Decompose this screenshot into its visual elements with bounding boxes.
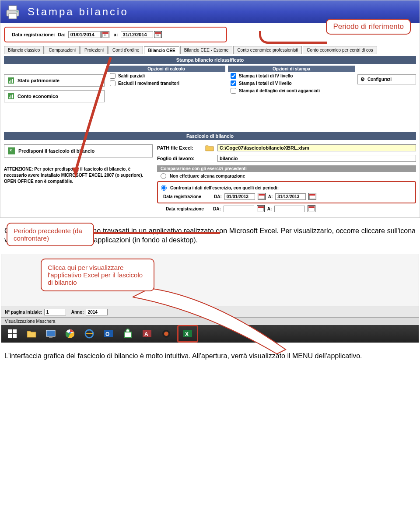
callout-periodo-precedente: Periodo precedente (da confrontare) [7,223,94,246]
label-path-excel: PATH file Excel: [157,145,205,150]
svg-rect-8 [155,32,161,34]
svg-rect-5 [102,32,108,34]
input-date-da[interactable] [68,31,101,38]
callout-tail [133,288,290,354]
label-data-registrazione: Data registrazione: [12,32,55,37]
calendar-icon[interactable] [308,193,316,200]
calendar-icon[interactable] [257,205,265,212]
tab-conto-economico-prof[interactable]: Conto economico professionisti [233,46,302,54]
label-da-cmp: DA: [214,194,222,199]
input-pagina-iniziale[interactable] [44,309,66,315]
ie-icon[interactable] [81,327,98,340]
label-totali-iv: Stampa i totali di IV livello [239,73,293,78]
tab-bilancio-cee-esterne[interactable]: Bilancio CEE - Esterne [180,46,233,54]
printer-icon [4,3,21,21]
start-button[interactable] [4,327,21,340]
radio-no-comparazione[interactable] [161,173,166,179]
input-cmp-a1[interactable] [275,193,306,200]
svg-rect-27 [8,329,12,333]
checkbox-dettaglio-conti[interactable] [231,88,236,94]
svg-rect-16 [10,95,11,98]
svg-text:31: 31 [156,34,159,37]
svg-rect-20 [259,194,265,196]
stampa-bilancio-section: Stampa bilancio riclassificato Stato pat… [4,56,416,106]
tab-proiezioni[interactable]: Proiezioni [80,46,108,54]
label-a-cmp2: A: [267,206,272,211]
tab-conto-economico-centri[interactable]: Conto economico per centri di cos [303,46,377,54]
input-cmp-da2[interactable] [224,206,254,212]
svg-rect-32 [49,336,52,338]
checkbox-totali-iv[interactable] [231,73,236,79]
svg-rect-24 [258,206,264,208]
label-a: a: [114,32,118,37]
svg-rect-1 [9,6,17,10]
svg-rect-22 [309,194,315,196]
tab-conti-ordine[interactable]: Conti d'ordine [108,46,143,54]
label-confronta: Confronta i dati dell'esercizio, con que… [170,185,279,190]
input-anno[interactable] [86,309,108,315]
input-foglio-lavoro[interactable] [217,155,416,162]
input-date-a[interactable] [121,31,153,38]
tab-bilancio-classico[interactable]: Bilancio classico [4,46,44,54]
label-stato-patrimoniale: Stato patrimoniale [18,78,60,83]
button-configurazione[interactable]: Configurazi [357,74,416,84]
svg-rect-30 [13,334,17,338]
header-opzioni-calcolo: Opzioni di calcolo [107,66,225,72]
input-cmp-da1[interactable] [224,193,255,200]
comparazione-highlighted-box: Confronta i dati dell'esercizio, con que… [157,181,416,203]
header-fascicolo: Fascicolo di bilancio [4,132,416,140]
header-stampa-riclassificato: Stampa bilancio riclassificato [4,56,416,64]
chrome-icon[interactable] [62,327,78,340]
chart-icon [8,77,14,84]
file-explorer-icon[interactable] [23,327,40,340]
screenshot-stampa-bilancio: Stampa bilancio Periodo di riferimento D… [0,0,420,218]
calendar-icon[interactable]: 31 [154,31,162,38]
label-dettaglio: Stampa il dettaglio dei conti agganciati [239,88,320,93]
fascicolo-section: Fascicolo di bilancio Predisponi il fasc… [4,132,416,213]
label-data-reg-cmp: Data registrazione [163,194,211,199]
svg-rect-15 [9,97,10,98]
label-anno: Anno: [71,310,84,315]
excel-icon [8,147,15,154]
tab-comparazioni[interactable]: Comparazioni [45,46,80,54]
svg-rect-11 [9,81,10,83]
outlook-icon[interactable]: O [100,327,117,340]
input-cmp-a2[interactable] [274,206,305,212]
label-conto-economico: Conto economico [18,94,58,99]
header-comparazione: Comparazione con gli esercizi precedenti [157,165,416,172]
calendar-icon[interactable] [258,193,266,200]
svg-text:O: O [105,331,109,337]
svg-rect-29 [8,334,12,338]
svg-point-3 [17,11,18,13]
radio-confronta[interactable] [161,185,167,191]
folder-open-icon[interactable] [205,144,214,151]
label-a-cmp: A: [268,194,273,199]
svg-rect-13 [12,79,13,83]
header-opzioni-stampa: Opzioni di stampa [228,66,355,72]
svg-rect-17 [12,94,13,98]
desktop-icon[interactable] [42,327,59,340]
input-path-excel[interactable] [217,144,416,151]
chart-icon [8,93,14,99]
label-pagina-iniziale: N° pagina iniziale: [5,310,42,315]
svg-rect-26 [308,206,315,208]
calendar-icon[interactable]: 31 [102,31,109,38]
date-registration-row: Data registrazione: Da: 31 a: 31 [4,27,227,42]
svg-marker-18 [72,168,79,178]
svg-text:31: 31 [104,34,107,37]
svg-rect-31 [46,330,55,336]
svg-rect-2 [9,14,17,19]
checkbox-totali-v[interactable] [231,80,236,86]
svg-rect-28 [13,329,17,333]
callout-excel-click: Clicca qui per visualizzare l'applicativ… [41,259,154,291]
tab-strip: Bilancio classico Comparazioni Proiezion… [0,46,420,54]
screenshot-taskbar: Clicca qui per visualizzare l'applicativ… [1,254,419,343]
callout-periodo-riferimento: Periodo di riferimento [326,19,411,35]
annotation-arrow [105,57,108,175]
calendar-icon[interactable] [308,205,315,212]
label-totali-v: Stampa i totali di V livello [239,81,292,86]
label-saldi-parziali: Saldi parziali [118,73,145,78]
label-foglio-lavoro: Foglio di lavoro: [157,156,205,161]
tab-bilancio-cee[interactable]: Bilancio CEE [144,46,179,54]
label-escludi: Escludi i movimenti transitori [118,81,179,86]
